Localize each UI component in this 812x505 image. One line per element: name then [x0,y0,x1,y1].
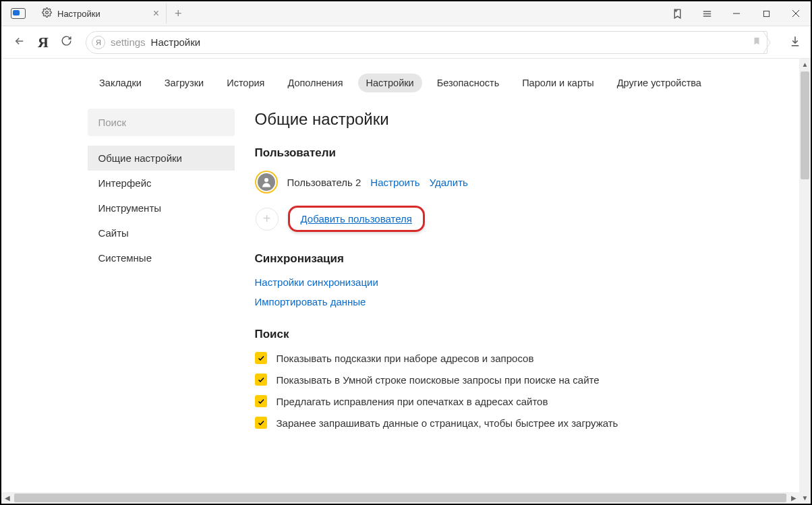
search-option-row: Предлагать исправления при опечатках в а… [255,395,714,407]
checkbox-suggestions[interactable] [255,352,267,364]
downloads-icon[interactable] [789,35,801,50]
user-row: Пользователь 2 Настроить Удалить [255,171,714,194]
settings-topnav: Закладки Загрузки История Дополнения Нас… [1,59,799,109]
settings-main: Общие настройки Пользователи Пользовател… [255,109,714,438]
address-bar: Я Я settings Настройки [1,26,811,59]
omnibox-chevron-icon [763,32,776,53]
nav-back-button[interactable] [11,32,28,53]
avatar[interactable] [255,171,278,194]
scroll-left-icon[interactable]: ◀ [1,494,13,502]
menu-icon[interactable] [692,1,722,26]
plus-icon[interactable]: + [256,208,279,231]
section-search-heading: Поиск [255,328,714,341]
search-option-label: Заранее запрашивать данные о страницах, … [277,417,618,429]
user-delete-link[interactable]: Удалить [430,177,468,188]
topnav-bookmarks[interactable]: Закладки [91,73,150,92]
topnav-settings[interactable]: Настройки [358,73,422,92]
window-minimize-button[interactable] [722,1,751,26]
page-content: Закладки Загрузки История Дополнения Нас… [1,59,799,504]
topnav-security[interactable]: Безопасность [429,73,508,92]
reload-button[interactable] [58,32,75,52]
section-users-heading: Пользователи [255,146,714,160]
topnav-passwords[interactable]: Пароли и карты [514,73,602,92]
window-close-button[interactable] [781,1,811,26]
scroll-thumb[interactable] [801,71,809,179]
profile-chip-icon[interactable] [11,8,26,19]
vertical-scrollbar[interactable]: ▲ ▼ [799,59,811,504]
topnav-addons[interactable]: Дополнения [279,73,351,92]
sidebar-item-sites[interactable]: Сайты [88,220,235,245]
settings-search-input[interactable]: Поиск [88,109,235,136]
horizontal-scrollbar[interactable]: ◀ ▶ [1,492,799,504]
scroll-down-icon[interactable]: ▼ [802,492,809,504]
user-configure-link[interactable]: Настроить [370,177,419,188]
sync-settings-link[interactable]: Настройки синхронизации [255,276,714,288]
svg-point-0 [46,11,49,13]
window-maximize-button[interactable] [751,1,781,26]
topnav-downloads[interactable]: Загрузки [156,73,212,92]
omnibox-page-text: Настройки [151,36,201,48]
scroll-up-icon[interactable]: ▲ [802,59,809,70]
sidebar-item-system[interactable]: Системные [88,245,235,270]
window-titlebar: Настройки × + [1,1,811,26]
sync-import-link[interactable]: Импортировать данные [255,296,714,307]
topnav-history[interactable]: История [219,73,272,92]
svg-rect-5 [763,11,769,16]
hscroll-thumb[interactable] [14,494,786,502]
tab-title: Настройки [57,9,100,19]
settings-sidebar: Поиск Общие настройки Интерфейс Инструме… [88,109,235,438]
checkbox-typo-fix[interactable] [255,395,267,407]
section-sync-heading: Синхронизация [255,252,714,266]
search-option-label: Показывать в Умной строке поисковые запр… [277,374,600,386]
topnav-other-devices[interactable]: Другие устройства [609,73,709,92]
search-option-row: Показывать в Умной строке поисковые запр… [255,374,714,386]
checkbox-smartline[interactable] [255,374,267,386]
bookmark-page-icon[interactable] [752,36,761,49]
checkbox-prefetch[interactable] [255,417,267,429]
search-option-row: Показывать подсказки при наборе адресов … [255,352,714,364]
yandex-logo-icon[interactable]: Я [38,34,49,51]
search-option-label: Показывать подсказки при наборе адресов … [277,353,534,364]
add-user-link[interactable]: Добавить пользователя [301,213,412,225]
search-option-row: Заранее запрашивать данные о страницах, … [255,417,714,429]
user-name-label: Пользователь 2 [287,177,361,188]
sidebar-item-interface[interactable]: Интерфейс [88,171,235,196]
scroll-right-icon[interactable]: ▶ [788,494,799,502]
search-option-label: Предлагать исправления при опечатках в а… [277,396,548,407]
tab-close-icon[interactable]: × [153,8,159,19]
omnibox[interactable]: Я settings Настройки [86,31,767,54]
bookmarks-toolbar-icon[interactable] [662,1,692,26]
new-tab-button[interactable]: + [175,7,182,21]
svg-point-9 [264,178,268,182]
sidebar-item-tools[interactable]: Инструменты [88,196,235,220]
site-identity-icon[interactable]: Я [92,36,105,49]
add-user-row: + Добавить пользователя [255,206,714,232]
gear-icon [42,7,52,20]
add-user-highlight: Добавить пользователя [288,206,425,232]
sidebar-item-general[interactable]: Общие настройки [88,146,235,171]
omnibox-url-prefix: settings [111,36,146,48]
page-title: Общие настройки [255,110,714,129]
browser-tab[interactable]: Настройки × [35,3,167,24]
